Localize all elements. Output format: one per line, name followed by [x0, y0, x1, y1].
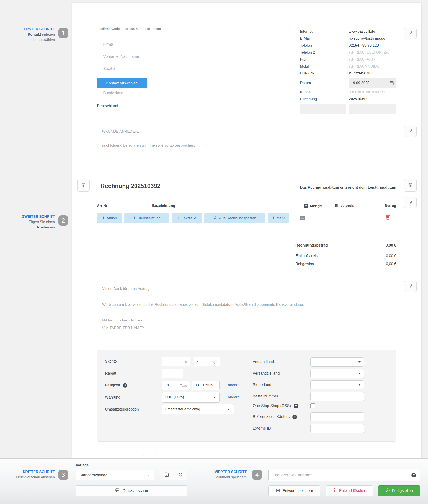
oss-help-icon[interactable] [294, 404, 298, 408]
delete-draft-button[interactable]: Entwurf löschen [326, 486, 373, 496]
waehrung-change-link[interactable]: ändern [228, 395, 239, 399]
print-preview-icon [115, 488, 120, 494]
add-dienstleistung-button[interactable]: Dienstleistung [124, 213, 169, 223]
step4-label: VIERTER SCHRITT Dokument speichern [200, 469, 247, 480]
refresh-icon [178, 472, 183, 478]
document-title-input[interactable] [272, 473, 412, 478]
edit-template-button[interactable] [160, 470, 173, 480]
from-invoice-items-button[interactable]: Aus Rechnungsposten [204, 213, 265, 223]
sum-value: 0,00 € [386, 243, 396, 248]
referenz-help-icon[interactable] [292, 415, 297, 419]
check-circle-icon [385, 488, 390, 494]
add-textzeile-button[interactable]: Textzeile [172, 213, 202, 223]
meta-extra-field-left[interactable] [300, 104, 346, 114]
title-help-icon[interactable] [412, 473, 416, 478]
steuerland-select[interactable] [310, 380, 364, 389]
trash-icon [333, 488, 337, 494]
profit-label: Rohgewinn [296, 262, 314, 266]
recipient-name[interactable]: Vorname Nachname [103, 54, 139, 59]
gear-icon [81, 182, 86, 189]
template-select[interactable]: Standardvorlage [76, 470, 154, 480]
pencil-square-icon [164, 472, 169, 478]
chevron-down-icon [227, 407, 231, 412]
recipient-strasse[interactable]: Straße [103, 67, 115, 71]
finish-button[interactable]: Fertigstellen [378, 486, 420, 496]
step1-title: ERSTER SCHRITT [9, 26, 55, 32]
externe-id-input[interactable] [310, 424, 364, 433]
select-contact-button[interactable]: Kontakt auswählen [97, 78, 147, 88]
vorlage-label: Vorlage [76, 463, 89, 467]
document-edit-icon [408, 199, 413, 206]
faelligkeit-change-link[interactable]: ändern [228, 383, 239, 387]
intro-text-area[interactable]: %KUNDE.ANREDE%, nachfolgend berechnen wi… [97, 126, 396, 164]
invoice-date-note: Das Rechnungsdatum entspricht dem Leistu… [300, 185, 396, 190]
col-einzelpreis: Einzelpreis [335, 204, 354, 208]
skonto-days-input[interactable]: 7 Tage [194, 357, 220, 366]
closing-text-area[interactable]: Vielen Dank für Ihren Auftrag! Wir bitte… [97, 281, 396, 334]
faelligkeit-label: Fälligkeit [105, 383, 127, 388]
document-edit-icon [408, 30, 413, 37]
referenz-label: Referenz des Käufers [253, 414, 297, 419]
refresh-template-button[interactable] [173, 470, 187, 480]
invoice-paper: Testfirma GmbH - Teststr. 5 - 12345 Test… [72, 3, 421, 501]
edit-items-button[interactable] [404, 197, 417, 208]
recipient-land[interactable]: Deutschland [97, 103, 139, 109]
waehrung-select[interactable]: EUR (Euro) [162, 392, 220, 403]
settings-right-button[interactable] [404, 179, 417, 192]
document-title-inputbox[interactable] [268, 469, 420, 481]
ust-select[interactable]: Umsatzsteuerpflichtig [162, 404, 234, 414]
sender-address-line: Testfirma GmbH - Teststr. 5 - 12345 Test… [97, 27, 161, 31]
meta-row-fax: Fax%FIRMA.FAX% [300, 56, 396, 63]
referenz-field[interactable] [313, 415, 361, 419]
rabatt-field[interactable] [165, 371, 181, 376]
menge-help-icon[interactable] [304, 204, 308, 208]
document-options-panel: Skonto % 7 Tage Rabatt Fälligkeit 14 Tag… [97, 350, 396, 442]
versandzielland-select[interactable] [310, 369, 364, 378]
keyboard-entry-icon[interactable] [300, 216, 305, 221]
dropdown-arrow-icon [358, 373, 361, 374]
rabatt-input[interactable] [162, 369, 183, 378]
recipient-firma[interactable]: Firma [103, 42, 113, 46]
bestellnummer-field[interactable] [313, 394, 361, 399]
document-edit-icon [408, 283, 413, 290]
edit-header-button[interactable] [404, 28, 417, 39]
edit-intro-button[interactable] [404, 126, 417, 137]
faelligkeit-date-input[interactable]: 03.10.2025 [192, 380, 220, 390]
settings-left-button[interactable] [77, 179, 90, 192]
print-preview-button[interactable]: Druckvorschau [76, 486, 187, 496]
closing-line3: Mit freundlichen Grüßen [102, 318, 142, 323]
calendar-icon[interactable] [389, 81, 394, 85]
versandland-select[interactable] [310, 357, 364, 367]
externe-id-field[interactable] [313, 426, 361, 431]
faelligkeit-days-input[interactable]: 14 Tage [162, 380, 190, 390]
ust-label: Umsatzsteueroption [105, 407, 139, 412]
add-artikel-button[interactable]: Artikel [97, 213, 122, 223]
sum-label: Rechnungsbetrag [296, 243, 328, 248]
recipient-bundesland[interactable]: Bundesland [103, 91, 123, 95]
meta-extra-fields [300, 104, 396, 114]
add-mehr-button[interactable]: Mehr [268, 213, 289, 223]
step3-badge: 3 [58, 470, 68, 480]
purchase-label: Einkaufspreis [296, 254, 318, 258]
document-meta: Internetwww.easybill.de E-Mailno-reply@t… [300, 28, 396, 114]
easybill-invoice-editor: ERSTER SCHRITT Kontakt anlegen oder ausw… [0, 0, 428, 504]
meta-row-rechnung: Rechnung202510392 [300, 96, 396, 103]
plus-icon [272, 216, 275, 221]
meta-row-ustid: USt-IdNr.DE12345678 [300, 70, 396, 77]
skonto-percent-field[interactable] [165, 359, 183, 364]
oss-checkbox[interactable] [310, 403, 315, 408]
save-draft-button[interactable]: Entwurf speichern [268, 486, 320, 496]
delete-row-icon[interactable] [385, 214, 391, 221]
faelligkeit-help-icon[interactable] [123, 383, 127, 388]
plus-icon [177, 216, 180, 221]
gear-icon [408, 182, 413, 189]
referenz-input[interactable] [310, 412, 364, 421]
meta-row-telefon: Telefon02154 - 89 70 120 [300, 42, 396, 49]
meta-extra-field-right[interactable] [349, 104, 396, 114]
bestellnummer-input[interactable] [310, 392, 364, 401]
edit-closing-button[interactable] [404, 281, 417, 292]
profit-value: 0,00 € [386, 262, 396, 266]
skonto-percent-input[interactable]: % [162, 357, 190, 366]
date-input[interactable]: 19.09.2025 [349, 78, 396, 88]
step4-badge: 4 [252, 470, 262, 480]
